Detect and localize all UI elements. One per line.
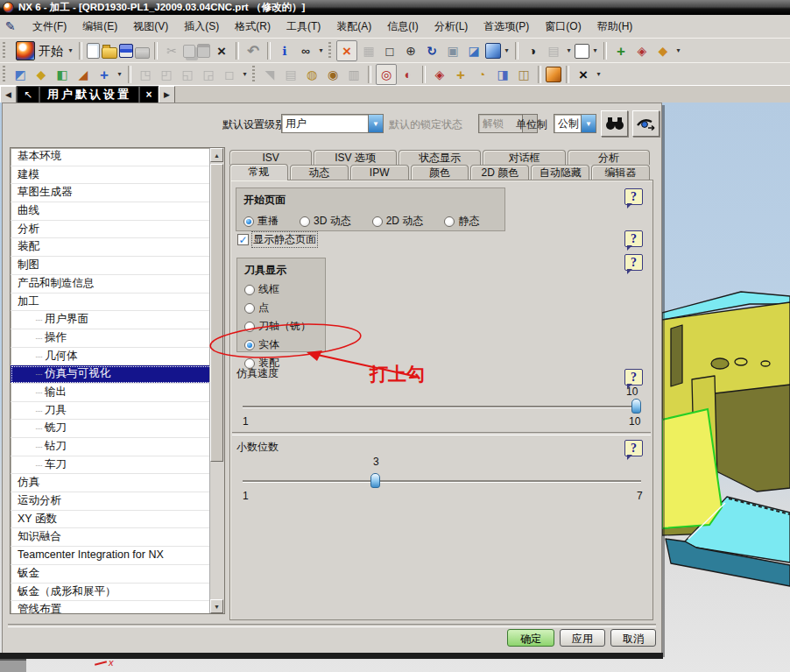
radio-option[interactable]: 重播 <box>243 214 279 229</box>
copy-icon[interactable] <box>183 45 195 58</box>
radio-option[interactable]: 线框 <box>244 282 318 297</box>
machine-sim-icon[interactable]: ◎ <box>376 64 397 85</box>
toolpath-plus-icon[interactable]: + <box>451 65 470 84</box>
fit-view-icon[interactable]: × <box>336 40 357 61</box>
info-icon[interactable]: ℹ <box>275 41 294 60</box>
shaded-cube-icon[interactable] <box>485 43 501 59</box>
manage-defaults-button[interactable] <box>632 110 660 137</box>
shading-icon[interactable]: ◑ <box>523 41 542 60</box>
menu-item[interactable]: 工具(T) <box>279 16 328 37</box>
dialog-tab[interactable]: ISV <box>229 150 312 165</box>
radio-option[interactable]: 刀轴（铣） <box>244 319 318 334</box>
menu-item[interactable]: 格式(R) <box>227 16 279 37</box>
dialog-tab[interactable]: 颜色 <box>411 165 469 180</box>
dialog-tab[interactable]: 2D 颜色 <box>470 165 529 180</box>
start-label[interactable]: 开始 <box>37 41 65 60</box>
tree-item[interactable]: ····产品和制造信息 <box>11 275 212 294</box>
dialog-tab[interactable]: 状态显示 <box>399 150 481 165</box>
tree-item[interactable]: ····草图生成器 <box>11 184 212 202</box>
tree-item[interactable]: ····管线布置 <box>11 601 212 614</box>
menu-item[interactable]: 信息(I) <box>379 16 426 37</box>
tree-item[interactable]: ····仿真与可视化 <box>11 365 212 384</box>
workpiece-icon[interactable]: ◔ <box>472 65 491 84</box>
machining-cube-icon[interactable] <box>546 67 561 82</box>
help-show-static-button[interactable]: ? <box>624 230 643 247</box>
help-tool-display-button[interactable]: ? <box>624 254 643 271</box>
tree-item[interactable]: ····钣金 <box>11 565 212 584</box>
replay-toolpath-icon[interactable]: ▤ <box>281 65 300 84</box>
nx-swirl-icon[interactable] <box>16 41 35 60</box>
edit-operation-icon[interactable]: ◳ <box>136 65 155 84</box>
menu-item[interactable]: 装配(A) <box>328 16 379 37</box>
generate-toolpath-icon[interactable]: ◥ <box>260 65 279 84</box>
tree-item[interactable]: ····知识融合 <box>11 528 212 547</box>
postprocess-icon[interactable]: ▥ <box>344 65 363 84</box>
scroll-up-icon[interactable]: ▲ <box>210 148 223 162</box>
rail-prev-button[interactable]: ◀ <box>0 86 17 103</box>
toolbar-icon[interactable] <box>368 66 371 83</box>
dialog-tab[interactable]: 动态 <box>290 165 349 180</box>
dialog-tab[interactable]: ISV 选项 <box>314 150 396 165</box>
toolbar-icon[interactable] <box>603 42 607 60</box>
show-static-checkbox[interactable]: ✓ 显示静态页面 <box>237 232 317 247</box>
tree-item[interactable]: ····曲线 <box>11 202 212 221</box>
start-caret-icon[interactable]: ▾ <box>67 41 74 60</box>
delete-icon[interactable]: × <box>212 41 231 60</box>
apply-button[interactable]: 应用 <box>560 629 605 647</box>
tree-item[interactable]: ····Teamcenter Integration for NX <box>11 547 212 565</box>
decimal-places-slider[interactable] <box>243 480 641 483</box>
tree-item[interactable]: ····分析 <box>11 221 212 239</box>
zoom-region-disabled-icon[interactable]: ▦ <box>359 41 378 60</box>
menu-item[interactable]: 窗口(O) <box>537 16 589 37</box>
tree-item[interactable]: ····仿真 <box>11 474 212 492</box>
help-sim-speed-button[interactable]: ? <box>624 369 643 386</box>
sim-speed-handle[interactable] <box>631 399 641 414</box>
save-icon[interactable] <box>119 44 133 58</box>
orient-wcs-icon[interactable]: ◈ <box>632 41 652 60</box>
tree-item[interactable]: ····加工 <box>11 294 212 312</box>
tree-item[interactable]: ····输出 <box>11 384 212 402</box>
orient-caret-icon[interactable]: ▾ <box>674 41 682 60</box>
toolbar-icon[interactable] <box>236 42 239 60</box>
tree-item[interactable]: ····钻刀 <box>11 438 212 456</box>
menu-item[interactable]: 帮助(H) <box>589 16 641 37</box>
sim-speed-slider[interactable] <box>243 406 641 408</box>
menu-item[interactable]: 文件(F) <box>25 16 74 37</box>
units-dropdown[interactable]: 公制 ▼ <box>554 114 596 133</box>
delete-operation-icon[interactable]: ◻ <box>220 65 239 84</box>
dialog-tab[interactable]: IPW <box>350 165 409 180</box>
tree-item[interactable]: ····刀具 <box>11 402 212 421</box>
toolbar-icon[interactable] <box>422 66 426 83</box>
level-dropdown[interactable]: 用户 ▼ <box>281 114 384 133</box>
zoom-box-icon[interactable]: ◻ <box>380 41 399 60</box>
radio-option[interactable]: 静态 <box>444 214 479 229</box>
copy-operation-icon[interactable]: ◱ <box>178 65 197 84</box>
dialog-tab[interactable]: 常规 <box>229 164 288 180</box>
menu-item[interactable]: 编辑(E) <box>74 16 125 37</box>
create-geometry-icon[interactable]: ◧ <box>53 65 72 84</box>
create-tool-icon[interactable]: ◆ <box>32 65 51 84</box>
rail-pointer-icon[interactable]: ↖ <box>17 86 39 103</box>
render-style-icon[interactable]: ▤ <box>544 41 563 60</box>
tree-item[interactable]: ····用户界面 <box>11 311 212 329</box>
help-start-page-button[interactable]: ? <box>624 188 643 205</box>
tree-item[interactable]: ····制图 <box>11 257 212 275</box>
swatch-caret-icon[interactable]: ▾ <box>591 41 599 60</box>
tree-item[interactable]: ····操作 <box>11 329 212 348</box>
create-caret-icon[interactable]: ▾ <box>116 65 123 84</box>
rotate-view-icon[interactable]: ↻ <box>422 41 441 60</box>
cut-icon[interactable]: ✂ <box>162 41 181 60</box>
toolbar-icon[interactable] <box>3 42 7 60</box>
menu-item[interactable]: 首选项(P) <box>476 16 537 37</box>
scroll-down-icon[interactable]: ▼ <box>210 599 223 613</box>
toolbar-icon[interactable] <box>538 66 541 83</box>
tree-item[interactable]: ····车刀 <box>11 456 212 475</box>
render-caret-icon[interactable]: ▾ <box>565 41 573 60</box>
sync-manager-icon[interactable]: ◐ <box>399 65 418 84</box>
tree-scrollbar[interactable]: ▲ ▼ <box>209 148 224 613</box>
help-decimal-places-button[interactable]: ? <box>624 440 643 456</box>
tree-item[interactable]: ····几何体 <box>11 348 212 366</box>
create-method-icon[interactable]: ◢ <box>74 65 93 84</box>
undo-icon[interactable]: ↶ <box>243 41 263 60</box>
preview-caret-icon[interactable]: ▾ <box>317 41 325 60</box>
